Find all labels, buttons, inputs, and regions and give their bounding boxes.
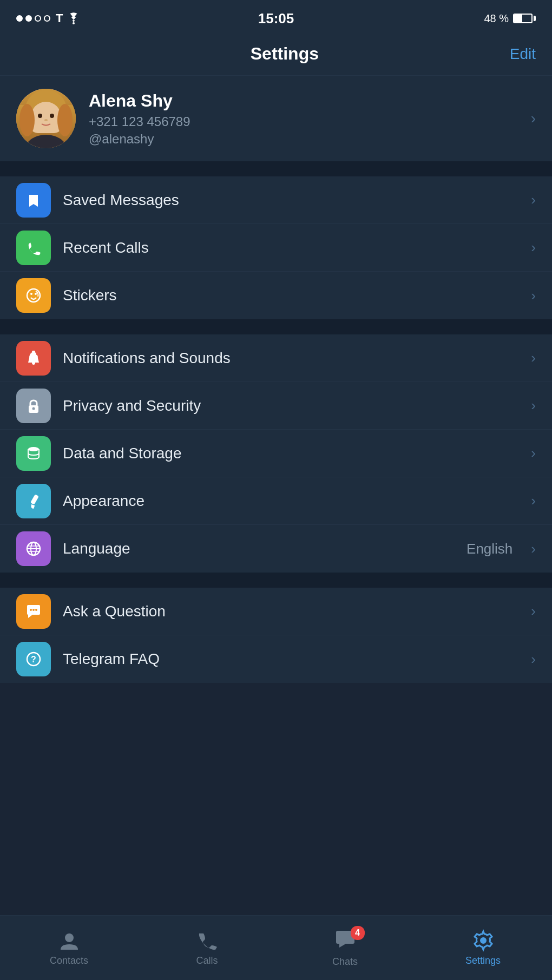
saved-messages-icon bbox=[16, 183, 51, 218]
settings-item-data[interactable]: Data and Storage › bbox=[0, 430, 552, 477]
language-value: English bbox=[466, 541, 512, 557]
wifi-icon bbox=[66, 12, 81, 24]
appearance-label: Appearance bbox=[63, 492, 517, 510]
svg-point-4 bbox=[57, 104, 73, 136]
calls-tab-label: Calls bbox=[196, 955, 218, 966]
stickers-icon bbox=[16, 278, 51, 313]
ask-question-icon bbox=[16, 594, 51, 629]
svg-text:?: ? bbox=[31, 655, 36, 664]
data-chevron: › bbox=[531, 445, 536, 462]
calls-tab-icon bbox=[196, 929, 219, 952]
stickers-chevron: › bbox=[531, 287, 536, 304]
recent-calls-icon bbox=[16, 231, 51, 265]
settings-group-3: Ask a Question › ? Telegram FAQ › bbox=[0, 588, 552, 683]
data-label: Data and Storage bbox=[63, 445, 517, 462]
battery-tip bbox=[534, 16, 536, 21]
ask-question-chevron: › bbox=[531, 603, 536, 620]
saved-messages-label: Saved Messages bbox=[63, 192, 517, 209]
status-time: 15:05 bbox=[258, 10, 294, 27]
contacts-tab-label: Contacts bbox=[50, 955, 88, 966]
battery-icon bbox=[513, 14, 536, 23]
tab-settings[interactable]: Settings bbox=[414, 929, 552, 966]
svg-point-10 bbox=[30, 293, 32, 295]
telegram-faq-label: Telegram FAQ bbox=[63, 650, 517, 668]
settings-item-privacy[interactable]: Privacy and Security › bbox=[0, 382, 552, 430]
globe-icon bbox=[24, 539, 43, 558]
stickers-label: Stickers bbox=[63, 287, 517, 304]
settings-item-ask-question[interactable]: Ask a Question › bbox=[0, 588, 552, 635]
svg-point-13 bbox=[36, 351, 41, 356]
privacy-chevron: › bbox=[531, 397, 536, 414]
svg-point-5 bbox=[24, 135, 68, 148]
telegram-faq-chevron: › bbox=[531, 651, 536, 668]
battery-percent: 48 % bbox=[484, 12, 509, 25]
svg-point-23 bbox=[30, 609, 32, 611]
avatar-image bbox=[16, 89, 76, 148]
recent-calls-chevron: › bbox=[531, 239, 536, 256]
phone-icon bbox=[24, 238, 43, 258]
dot4 bbox=[44, 15, 50, 22]
battery-body bbox=[513, 14, 533, 23]
profile-username: @alenashy bbox=[89, 131, 518, 147]
privacy-label: Privacy and Security bbox=[63, 397, 517, 415]
tab-calls[interactable]: Calls bbox=[138, 929, 276, 966]
language-label: Language bbox=[63, 540, 455, 557]
svg-rect-12 bbox=[32, 351, 35, 353]
profile-section[interactable]: Alena Shy +321 123 456789 @alenashy › bbox=[0, 76, 552, 161]
contacts-tab-icon bbox=[58, 929, 81, 952]
settings-item-appearance[interactable]: Appearance › bbox=[0, 477, 552, 525]
section-divider-1 bbox=[0, 161, 552, 176]
recent-calls-label: Recent Calls bbox=[63, 239, 517, 256]
language-chevron: › bbox=[531, 541, 536, 557]
data-icon bbox=[16, 436, 51, 471]
settings-item-language[interactable]: Language English › bbox=[0, 525, 552, 573]
settings-item-recent-calls[interactable]: Recent Calls › bbox=[0, 224, 552, 272]
telegram-faq-icon: ? bbox=[16, 642, 51, 676]
dot3 bbox=[35, 15, 41, 22]
settings-tab-icon bbox=[472, 929, 495, 952]
carrier-label: T bbox=[56, 11, 63, 25]
appearance-icon bbox=[16, 484, 51, 518]
settings-item-stickers[interactable]: Stickers › bbox=[0, 272, 552, 319]
svg-point-24 bbox=[32, 609, 35, 611]
privacy-icon bbox=[16, 389, 51, 423]
dot1 bbox=[16, 15, 23, 22]
bookmark-icon bbox=[24, 190, 43, 210]
edit-button[interactable]: Edit bbox=[510, 45, 536, 63]
svg-point-29 bbox=[480, 937, 487, 944]
saved-messages-chevron: › bbox=[531, 192, 536, 208]
database-icon bbox=[24, 444, 43, 463]
svg-point-3 bbox=[19, 104, 35, 136]
settings-group-2: Notifications and Sounds › Privacy and S… bbox=[0, 334, 552, 573]
tab-bar: Contacts Calls 4 Chats Settings bbox=[0, 915, 552, 980]
avatar-svg bbox=[16, 89, 76, 148]
tab-chats[interactable]: 4 Chats bbox=[276, 928, 414, 968]
dot2 bbox=[25, 15, 32, 22]
bell-icon bbox=[24, 348, 43, 368]
profile-name: Alena Shy bbox=[89, 91, 518, 111]
svg-point-15 bbox=[32, 407, 35, 410]
section-divider-3 bbox=[0, 573, 552, 588]
page-wrapper: T 15:05 48 % Settings Edit bbox=[0, 0, 552, 748]
notifications-chevron: › bbox=[531, 350, 536, 366]
svg-point-16 bbox=[28, 447, 39, 451]
nav-bar: Settings Edit bbox=[0, 32, 552, 76]
settings-item-saved-messages[interactable]: Saved Messages › bbox=[0, 176, 552, 224]
section-divider-2 bbox=[0, 319, 552, 334]
profile-chevron: › bbox=[531, 110, 536, 127]
settings-item-telegram-faq[interactable]: ? Telegram FAQ › bbox=[0, 635, 552, 683]
svg-point-2 bbox=[31, 102, 61, 132]
tab-contacts[interactable]: Contacts bbox=[0, 929, 138, 966]
chats-tab-label: Chats bbox=[332, 956, 358, 968]
question-icon: ? bbox=[24, 649, 43, 669]
avatar bbox=[16, 89, 76, 148]
page-title: Settings bbox=[60, 44, 510, 64]
settings-item-notifications[interactable]: Notifications and Sounds › bbox=[0, 334, 552, 382]
profile-info: Alena Shy +321 123 456789 @alenashy bbox=[89, 91, 518, 147]
settings-tab-label: Settings bbox=[465, 955, 501, 966]
brush-icon bbox=[24, 491, 43, 511]
svg-point-6 bbox=[38, 114, 42, 118]
svg-point-28 bbox=[65, 933, 74, 942]
ask-question-label: Ask a Question bbox=[63, 603, 517, 620]
language-icon bbox=[16, 531, 51, 566]
